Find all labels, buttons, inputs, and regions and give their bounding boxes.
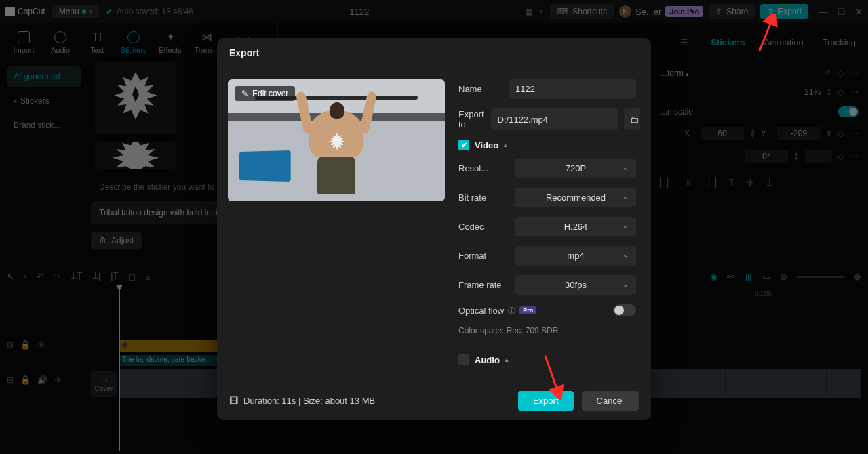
codec-select[interactable]: H.264: [515, 217, 636, 236]
export-dialog: Export ✎Edit cover: [217, 38, 651, 420]
info-icon[interactable]: ⓘ: [508, 306, 515, 316]
format-select[interactable]: mp4: [515, 246, 636, 266]
cover-preview: ✎Edit cover: [228, 79, 445, 201]
framerate-select[interactable]: 30fps: [515, 275, 636, 295]
video-checkbox[interactable]: ✔: [458, 140, 469, 150]
dialog-cancel-button[interactable]: Cancel: [582, 391, 639, 411]
dialog-export-button[interactable]: Export: [518, 391, 574, 411]
bitrate-select[interactable]: Recommended: [515, 188, 636, 207]
export-footer-info: 🎞Duration: 11s | Size: about 13 MB: [229, 396, 375, 406]
folder-icon: 🗀: [630, 115, 639, 125]
audio-section-header[interactable]: Audio ▴: [458, 354, 636, 365]
exportto-input[interactable]: [491, 108, 618, 130]
pencil-icon: ✎: [241, 89, 248, 98]
optical-flow-label: Optical flow: [458, 306, 504, 316]
name-label: Name: [458, 84, 502, 94]
video-section-header[interactable]: ✔ Video ▴: [458, 140, 636, 150]
optical-flow-toggle[interactable]: [613, 304, 636, 316]
colorspace-label: Color space: Rec. 709 SDR: [458, 326, 636, 335]
exportto-label: Export to: [458, 109, 484, 129]
name-input[interactable]: [509, 79, 636, 99]
browse-folder-button[interactable]: 🗀: [624, 108, 640, 130]
pro-badge: Pro: [519, 306, 536, 314]
edit-cover-button[interactable]: ✎Edit cover: [235, 86, 295, 101]
film-icon: 🎞: [229, 396, 238, 406]
audio-checkbox[interactable]: [458, 354, 469, 365]
resolution-select[interactable]: 720P: [515, 159, 636, 178]
dialog-title: Export: [217, 38, 651, 68]
